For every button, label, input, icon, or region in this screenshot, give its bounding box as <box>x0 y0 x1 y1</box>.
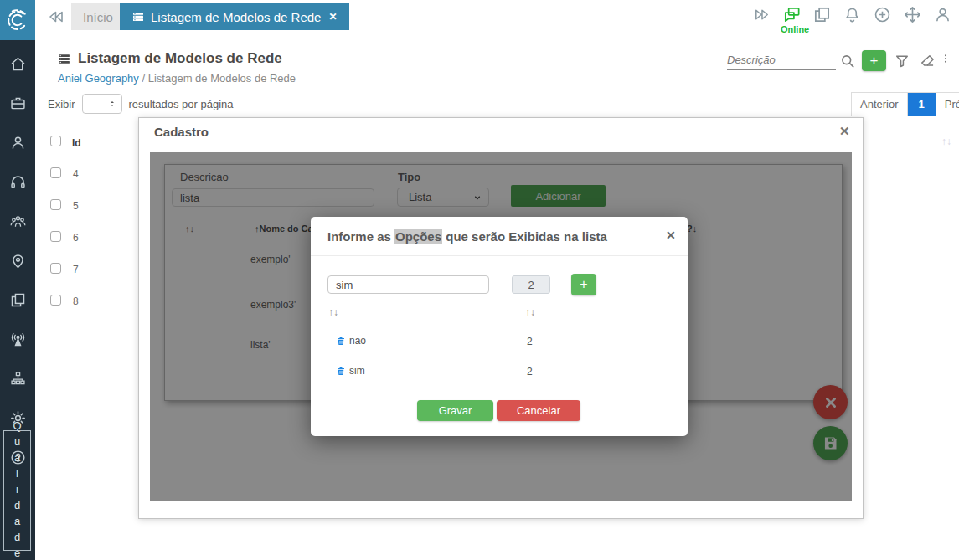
select-all-checkbox[interactable] <box>50 136 61 146</box>
up-down-arrows-icon <box>107 98 117 110</box>
option-row-value: 2 <box>527 336 533 347</box>
sort-icon[interactable]: ↑↓ <box>525 306 535 318</box>
options-modal: Informe as Opções que serão Exibidas na … <box>311 217 688 436</box>
close-tab-icon[interactable]: ✕ <box>328 11 337 23</box>
row-checkbox[interactable] <box>50 167 61 178</box>
search-input[interactable] <box>727 50 836 70</box>
pagination-next[interactable]: Próximo <box>936 93 959 116</box>
collapse-tabs-icon[interactable] <box>46 7 66 25</box>
delete-trash-icon[interactable] <box>336 366 346 377</box>
id-column-header[interactable]: Id <box>72 137 81 149</box>
exibir-label: Exibir <box>48 98 75 110</box>
divider <box>311 255 688 256</box>
id-cell: 8 <box>73 295 79 307</box>
sidebar-pages-icon[interactable] <box>9 291 27 309</box>
sidebar-sitemap-icon[interactable] <box>9 370 27 388</box>
breadcrumb-current: Listagem de Modelos de Rede <box>148 72 296 85</box>
topbar-icons: Online <box>752 5 952 24</box>
per-page-row: Exibir resultados por página <box>48 94 234 114</box>
sidebar-user-icon[interactable] <box>9 134 27 152</box>
row-checkbox[interactable] <box>50 231 61 242</box>
per-page-select[interactable] <box>82 94 122 114</box>
tab-inicio-label: Início <box>83 10 113 24</box>
sort-icon[interactable]: ↑↓ <box>941 136 951 147</box>
sidebar-headset-icon[interactable] <box>9 173 27 191</box>
cadastro-close-icon[interactable]: ✕ <box>839 124 850 139</box>
id-cell: 5 <box>73 200 79 212</box>
options-modal-title: Informe as Opções que serão Exibidas na … <box>327 229 607 244</box>
sidebar-users-group-icon[interactable] <box>9 213 27 230</box>
tab-listagem[interactable]: Listagem de Modelos de Rede ✕ <box>120 3 349 30</box>
filter-funnel-icon[interactable] <box>894 53 910 69</box>
sidebar-location-pin-icon[interactable] <box>9 252 27 270</box>
option-name-input[interactable] <box>327 275 489 294</box>
id-cell: 4 <box>73 168 79 180</box>
list-icon <box>131 10 145 23</box>
gravar-button[interactable]: Gravar <box>417 400 493 421</box>
sidebar-qualidade-label[interactable]: Qualidade <box>3 430 31 551</box>
notifications-bell-icon[interactable] <box>843 5 862 24</box>
option-row: nao <box>336 335 366 347</box>
tab-listagem-label: Listagem de Modelos de Rede <box>151 10 321 24</box>
search-icon[interactable] <box>839 53 856 69</box>
breadcrumb-separator: / <box>142 72 145 85</box>
pagination-page-1[interactable]: 1 <box>908 93 936 116</box>
options-modal-close-icon[interactable]: ✕ <box>666 229 676 242</box>
page-title: Listagem de Modelos de Rede <box>57 50 282 67</box>
add-option-button[interactable]: + <box>571 274 596 295</box>
add-record-button[interactable]: + <box>862 50 886 71</box>
pages-icon[interactable] <box>812 5 832 24</box>
breadcrumb-link[interactable]: Aniel Geography <box>58 72 139 85</box>
more-options-kebab-icon[interactable] <box>940 53 951 69</box>
option-row-value: 2 <box>527 366 533 378</box>
row-checkbox[interactable] <box>50 263 61 274</box>
forward-tabs-icon[interactable] <box>752 5 771 24</box>
online-status: Online <box>781 24 809 34</box>
id-cell: 7 <box>73 264 79 275</box>
app-logo[interactable] <box>0 0 35 40</box>
sidebar-briefcase-icon[interactable] <box>9 95 27 112</box>
user-profile-icon[interactable] <box>933 5 952 24</box>
id-cell: 6 <box>73 232 79 244</box>
option-row: sim <box>336 365 365 377</box>
cadastro-modal: Cadastro ✕ Descricao Tipo Lista Adiciona… <box>138 117 864 519</box>
eraser-icon[interactable] <box>919 53 936 69</box>
cancelar-button[interactable]: Cancelar <box>497 400 580 421</box>
chat-online-icon[interactable]: Online <box>782 5 802 24</box>
pagination-prev[interactable]: Anterior <box>852 93 908 116</box>
per-page-label: resultados por página <box>129 98 234 110</box>
sidebar-antenna-icon[interactable] <box>9 331 27 348</box>
row-checkbox[interactable] <box>50 295 61 306</box>
tab-inicio[interactable]: Início <box>71 3 125 30</box>
list-icon <box>57 52 71 66</box>
pagination: Anterior 1 Próximo <box>851 92 959 116</box>
sidebar-home-icon[interactable] <box>9 55 27 73</box>
option-count-input[interactable] <box>512 275 550 294</box>
sort-icon[interactable]: ↑↓ <box>328 306 338 318</box>
sidebar: Qualidade <box>0 40 35 560</box>
zoom-plus-icon[interactable] <box>873 5 892 24</box>
app-root: Início Listagem de Modelos de Rede ✕ Onl… <box>0 0 959 560</box>
row-checkbox[interactable] <box>50 199 61 210</box>
delete-trash-icon[interactable] <box>336 336 346 347</box>
cadastro-modal-title: Cadastro <box>154 125 209 139</box>
highlighted-word: Opções <box>394 229 442 244</box>
top-navbar: Início Listagem de Modelos de Rede ✕ Onl… <box>35 0 959 30</box>
breadcrumb: Aniel Geography / Listagem de Modelos de… <box>58 72 296 85</box>
move-icon[interactable] <box>903 5 922 24</box>
cadastro-modal-body: Descricao Tipo Lista Adicionar ↑↓ ↑Nome … <box>150 152 852 501</box>
